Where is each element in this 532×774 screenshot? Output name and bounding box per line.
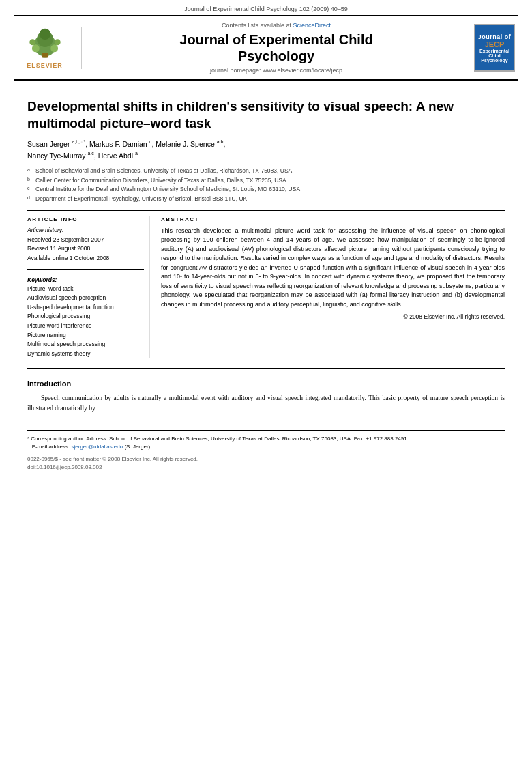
corresponding-author-note: * Corresponding author. Address: School … (27, 435, 505, 443)
keyword-2: Audiovisual speech perception (27, 293, 144, 303)
authors-line: Susan Jerger a,b,c,*, Markus F. Damian d… (27, 139, 505, 161)
introduction-heading: Introduction (27, 379, 505, 388)
elsevier-logo: ELSEVIER (14, 27, 82, 69)
revised-date: Revised 11 August 2008 (27, 244, 144, 254)
svg-point-4 (31, 44, 39, 52)
abstract-text: This research developed a multimodal pic… (161, 227, 505, 310)
svg-point-6 (29, 39, 35, 45)
keywords-label: Keywords: (27, 276, 144, 283)
contents-line: Contents lists available at ScienceDirec… (87, 22, 465, 29)
article-info-label: ARTICLE INFO (27, 216, 144, 223)
contents-text: Contents lists available at (222, 22, 291, 29)
journal-title: Journal of Experimental Child Psychology (87, 31, 465, 64)
divider-1 (27, 210, 505, 211)
thumb-journal-abbr: Journal of (478, 33, 512, 40)
article-history-label: Article history: (27, 227, 144, 233)
elsevier-label: ELSEVIER (27, 62, 63, 69)
footnote-area: * Corresponding author. Address: School … (27, 430, 505, 472)
journal-homepage: journal homepage: www.elsevier.com/locat… (87, 67, 465, 74)
introduction-text: Speech communication by adults is natura… (27, 393, 505, 413)
article-title: Developmental shifts in children's sensi… (27, 98, 505, 132)
affiliation-d: d Department of Experimental Psychology,… (27, 195, 505, 203)
journal-info-bar: Journal of Experimental Child Psychology… (0, 0, 532, 15)
thumb-jecp: JECP (485, 40, 505, 48)
journal-thumbnail: Journal of JECP ExperimentalChildPsychol… (471, 24, 518, 72)
journal-info-text: Journal of Experimental Child Psychology… (184, 5, 348, 12)
divider-2 (27, 368, 505, 369)
elsevier-tree-icon (25, 27, 65, 61)
email-link[interactable]: sjerger@utdallas.edu (71, 444, 123, 450)
journal-header: ELSEVIER Contents lists available at Sci… (14, 15, 518, 81)
affiliations: a School of Behavioral and Brain Science… (27, 167, 505, 203)
keyword-8: Dynamic systems theory (27, 349, 144, 359)
keyword-3: U-shaped developmental function (27, 303, 144, 313)
two-column-section: ARTICLE INFO Article history: Received 2… (27, 216, 505, 359)
keyword-5: Picture word interference (27, 321, 144, 331)
svg-rect-8 (42, 53, 48, 57)
keyword-7: Multimodal speech processing (27, 340, 144, 349)
page: Journal of Experimental Child Psychology… (0, 0, 532, 774)
copyright-line: © 2008 Elsevier Inc. All rights reserved… (161, 313, 505, 320)
affiliation-c: c Central Institute for the Deaf and Was… (27, 185, 505, 194)
divider-keywords (27, 269, 144, 270)
affiliation-a: a School of Behavioral and Brain Science… (27, 167, 505, 175)
email-line: E-mail address: sjerger@utdallas.edu (S.… (27, 443, 505, 451)
abstract-column: ABSTRACT This research developed a multi… (161, 216, 505, 359)
journal-thumb-image: Journal of JECP ExperimentalChildPsychol… (474, 24, 515, 72)
introduction-section: Introduction Speech communication by adu… (27, 379, 505, 413)
journal-center: Contents lists available at ScienceDirec… (87, 22, 465, 74)
svg-point-3 (39, 29, 50, 40)
keywords-section: Keywords: Picture–word task Audiovisual … (27, 276, 144, 359)
svg-point-7 (54, 39, 60, 45)
issn-line: 0022-0965/$ - see front matter © 2008 El… (27, 455, 505, 472)
keyword-6: Picture naming (27, 331, 144, 341)
thumb-subtitle: ExperimentalChildPsychology (479, 48, 509, 63)
article-info-column: ARTICLE INFO Article history: Received 2… (27, 216, 150, 359)
svg-point-5 (50, 44, 58, 52)
keyword-1: Picture–word task (27, 285, 144, 294)
main-content: Developmental shifts in children's sensi… (0, 81, 532, 472)
sciencedirect-link[interactable]: ScienceDirect (293, 22, 331, 29)
affiliation-b: b Callier Center for Communication Disor… (27, 176, 505, 185)
abstract-label: ABSTRACT (161, 216, 505, 223)
received-date: Received 23 September 2007 (27, 235, 144, 245)
keyword-4: Phonological processing (27, 312, 144, 321)
available-date: Available online 1 October 2008 (27, 254, 144, 263)
